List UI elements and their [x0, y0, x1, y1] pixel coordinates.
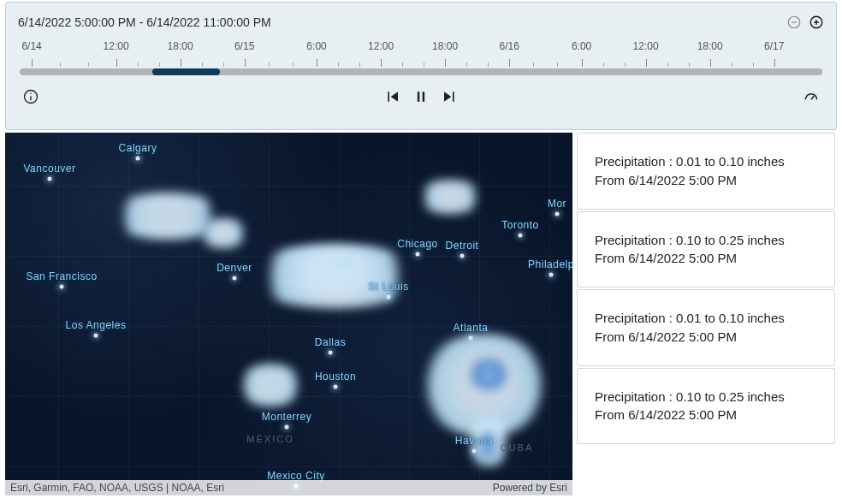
time-tick-minor [466, 62, 467, 67]
time-tick-minor [753, 62, 754, 67]
feature-card[interactable]: Precipitation : 0.01 to 0.10 inchesFrom … [577, 133, 835, 210]
feature-from: From 6/14/2022 5:00 PM [595, 249, 817, 268]
attribution-sources: Esri, Garmin, FAO, NOAA, USGS | NOAA, Es… [10, 482, 224, 494]
svg-rect-8 [388, 92, 389, 102]
next-icon[interactable] [440, 88, 457, 105]
pause-icon[interactable] [412, 88, 430, 105]
time-tick [32, 59, 33, 67]
time-tick-minor [60, 62, 61, 67]
time-tick-minor [293, 62, 294, 67]
time-tick-minor [138, 62, 139, 67]
time-tick-label: 6/17 [764, 40, 784, 52]
time-tick [116, 59, 117, 67]
zoom-in-icon[interactable] [809, 15, 824, 30]
time-tick-minor [625, 62, 626, 67]
time-tick-label: 6/14 [21, 40, 41, 52]
svg-rect-11 [453, 92, 454, 102]
previous-icon[interactable] [385, 88, 402, 105]
time-tick-minor [424, 62, 424, 67]
time-tick [317, 59, 317, 67]
time-tick-minor [269, 62, 270, 67]
feature-from: From 6/14/2022 5:00 PM [595, 328, 817, 347]
time-tick [710, 59, 711, 67]
info-icon[interactable] [22, 88, 39, 105]
time-tick [381, 59, 382, 67]
time-tick [445, 59, 446, 67]
precip-blob [236, 364, 305, 406]
time-tick [646, 59, 647, 67]
time-tick [582, 59, 583, 67]
precip-blob [198, 218, 249, 248]
zoom-out-icon[interactable] [786, 15, 802, 30]
time-tick [509, 59, 510, 67]
time-tick [245, 59, 246, 67]
time-tick-label: 12:00 [633, 40, 659, 52]
precip-blob [416, 180, 484, 214]
lower-container: CalgaryVancouverSan FranciscoLos Angeles… [0, 133, 842, 504]
time-tick-minor [202, 62, 203, 67]
precip-blob [467, 359, 510, 389]
time-tick-label: 6:00 [572, 40, 591, 52]
svg-rect-9 [418, 92, 420, 102]
feature-title: Precipitation : 0.10 to 0.25 inches [595, 388, 817, 406]
time-tick-minor [732, 62, 732, 67]
features-panel[interactable]: Precipitation : 0.01 to 0.10 inchesFrom … [572, 133, 842, 495]
feature-title: Precipitation : 0.01 to 0.10 inches [595, 152, 817, 171]
time-tick-label: 12:00 [368, 40, 394, 52]
time-slider: 6/14/2022 5:00:00 PM - 6/14/2022 11:00:0… [5, 2, 837, 130]
time-tick-minor [88, 62, 89, 67]
svg-line-12 [811, 96, 814, 99]
feature-from: From 6/14/2022 5:00 PM [595, 406, 817, 424]
time-tick-minor [689, 62, 690, 67]
feature-card[interactable]: Precipitation : 0.10 to 0.25 inchesFrom … [577, 368, 835, 445]
time-tick [774, 59, 775, 67]
time-tick-minor [488, 62, 489, 67]
feature-from: From 6/14/2022 5:00 PM [595, 171, 817, 190]
svg-point-7 [30, 92, 32, 94]
svg-rect-10 [423, 92, 425, 102]
time-extent-thumb[interactable] [152, 68, 221, 75]
time-tick-minor [603, 62, 604, 67]
feature-title: Precipitation : 0.01 to 0.10 inches [595, 309, 817, 328]
time-slider-header: 6/14/2022 5:00:00 PM - 6/14/2022 11:00:0… [18, 15, 824, 30]
time-tick-minor [667, 62, 668, 67]
time-tick-label: 6/16 [499, 40, 519, 52]
feature-card[interactable]: Precipitation : 0.01 to 0.10 inchesFrom … [577, 289, 835, 366]
time-controls [18, 88, 824, 105]
time-axis[interactable]: 6/1412:0018:006/156:0012:0018:006/166:00… [20, 40, 822, 80]
time-tick-minor [359, 62, 360, 67]
feature-card[interactable]: Precipitation : 0.10 to 0.25 inchesFrom … [577, 211, 835, 288]
map-view[interactable]: CalgaryVancouverSan FranciscoLos Angeles… [5, 133, 572, 495]
precip-blob [336, 256, 352, 266]
time-tick-minor [338, 62, 339, 67]
time-tick-container: 6/1412:0018:006/156:0012:0018:006/166:00… [20, 40, 822, 61]
time-tick-label: 18:00 [697, 40, 723, 52]
time-range-label: 6/14/2022 5:00:00 PM - 6/14/2022 11:00:0… [18, 15, 271, 29]
time-tick-label: 6:00 [306, 40, 326, 52]
time-tick-label: 18:00 [432, 40, 458, 52]
time-tick-minor [402, 62, 403, 67]
map-attribution: Esri, Garmin, FAO, NOAA, USGS | NOAA, Es… [5, 480, 572, 495]
speed-icon[interactable] [803, 88, 820, 105]
precip-blob [151, 199, 163, 211]
time-tick-label: 18:00 [168, 40, 193, 52]
feature-title: Precipitation : 0.10 to 0.25 inches [595, 231, 817, 250]
precip-blob [245, 244, 424, 308]
time-tick-minor [533, 62, 534, 67]
time-tick-label: 12:00 [104, 40, 129, 52]
time-tick-minor [159, 62, 160, 67]
time-tick [181, 59, 181, 67]
time-track[interactable] [20, 68, 822, 75]
precip-blob [480, 428, 495, 462]
time-tick-minor [557, 62, 558, 67]
time-tick-minor [223, 62, 224, 67]
time-zoom-controls [786, 15, 824, 30]
attribution-powered[interactable]: Powered by Esri [493, 482, 567, 494]
time-tick-label: 6/15 [234, 40, 254, 52]
